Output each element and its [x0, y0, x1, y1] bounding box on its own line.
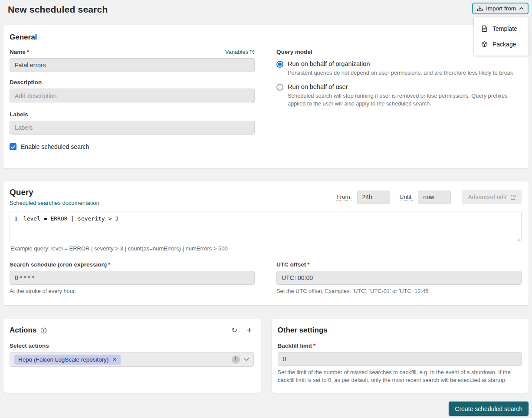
- required-asterisk: *: [108, 261, 110, 268]
- create-scheduled-search-button[interactable]: Create scheduled search: [449, 402, 529, 416]
- query-text: level = ERROR | severity > 3: [23, 215, 118, 222]
- chevron-up-icon: [519, 7, 524, 10]
- radio-run-on-behalf-of-organization[interactable]: Run on behalf of organization: [276, 60, 522, 68]
- from-label: From:: [336, 194, 351, 201]
- cron-field-group: Search schedule (cron expression)* At th…: [10, 252, 255, 295]
- import-from-button[interactable]: Import from: [472, 3, 529, 14]
- utc-offset-label: UTC offset*: [276, 261, 522, 268]
- info-icon[interactable]: [40, 327, 47, 334]
- radio-unselected-icon: [276, 84, 283, 91]
- until-label: Until:: [400, 194, 413, 201]
- menu-item-package[interactable]: Package: [474, 36, 529, 52]
- checkbox-checked-icon: [10, 143, 16, 150]
- menu-item-template[interactable]: Template: [474, 21, 529, 36]
- from-input[interactable]: [357, 191, 390, 204]
- query-model-group: Query model Run on behalf of organizatio…: [276, 42, 522, 150]
- footer: Create scheduled search: [3, 402, 529, 416]
- required-asterisk: *: [313, 342, 315, 349]
- radio-run-on-behalf-of-user[interactable]: Run on behalf of user: [276, 83, 522, 91]
- query-heading: Query: [10, 188, 99, 197]
- resize-grip-icon[interactable]: [516, 236, 520, 241]
- actions-card: Actions ↻ + Select actions Repo (Falcon …: [3, 319, 261, 393]
- bottom-cards-row: Actions ↻ + Select actions Repo (Falcon …: [3, 319, 529, 393]
- backfill-limit-input[interactable]: [278, 352, 522, 366]
- until-input[interactable]: [418, 191, 451, 204]
- utc-offset-input[interactable]: [276, 271, 522, 285]
- actions-heading: Actions: [10, 326, 36, 335]
- page-title: New scheduled search: [8, 4, 108, 15]
- enable-scheduled-search-checkbox[interactable]: Enable scheduled search: [10, 143, 255, 150]
- import-from-menu: Template Package: [474, 17, 529, 56]
- other-settings-heading: Other settings: [278, 326, 522, 335]
- advanced-edit-button[interactable]: Advanced edit: [462, 190, 522, 204]
- other-settings-card: Other settings Backfill limit* Set the l…: [272, 319, 529, 393]
- cron-input[interactable]: [10, 271, 255, 285]
- radio-help-text: Scheduled search will stop running if us…: [288, 92, 522, 108]
- menu-item-label: Template: [493, 25, 517, 32]
- general-heading: General: [10, 33, 522, 42]
- action-chip: Repo (Falcon LogScale repository) ✕: [14, 355, 121, 365]
- add-action-icon[interactable]: +: [247, 326, 252, 335]
- utc-help-text: Set the UTC offset. Examples: 'UTC', 'UT…: [276, 287, 522, 295]
- scheduled-searches-doc-link[interactable]: Scheduled searches documentation: [10, 200, 99, 206]
- download-icon: [477, 6, 483, 12]
- enable-checkbox-label: Enable scheduled search: [21, 143, 89, 150]
- backfill-limit-label: Backfill limit*: [278, 342, 522, 349]
- import-from-label: Import from: [486, 5, 516, 12]
- menu-item-label: Package: [493, 41, 516, 48]
- package-icon: [481, 41, 488, 48]
- refresh-icon[interactable]: ↻: [231, 327, 237, 334]
- utc-field-group: UTC offset* Set the UTC offset. Examples…: [276, 252, 522, 295]
- query-editor[interactable]: 1level = ERROR | severity > 3: [10, 211, 522, 242]
- name-label: Name*: [10, 49, 29, 55]
- example-query-text: Example query: level = ERROR | severity …: [10, 245, 522, 252]
- cron-label: Search schedule (cron expression)*: [10, 261, 255, 268]
- actions-select[interactable]: Repo (Falcon LogScale repository) ✕ 1: [10, 352, 254, 367]
- editor-line-number: 1: [14, 215, 18, 222]
- external-link-icon: [510, 194, 516, 200]
- radio-help-text: Persistent queries do not depend on user…: [288, 69, 522, 77]
- labels-input[interactable]: [10, 121, 255, 135]
- description-label: Description: [10, 79, 255, 86]
- description-input[interactable]: [10, 89, 255, 102]
- chevron-down-icon: [243, 358, 249, 361]
- radio-selected-icon: [276, 61, 283, 68]
- required-asterisk: *: [27, 49, 29, 55]
- external-link-icon: [250, 49, 255, 55]
- page-header: New scheduled search Import from: [0, 0, 532, 22]
- general-left-column: Name* Variables Description Labels: [10, 42, 255, 150]
- variables-link[interactable]: Variables: [225, 49, 255, 55]
- cron-help-text: At the stroke of every hour.: [10, 287, 255, 295]
- name-input[interactable]: [10, 58, 255, 72]
- general-card: General Name* Variables Description: [3, 25, 529, 168]
- query-card: Query Scheduled searches documentation F…: [3, 181, 529, 305]
- select-actions-label: Select actions: [10, 342, 254, 349]
- remove-chip-icon[interactable]: ✕: [113, 357, 117, 362]
- template-icon: [481, 25, 488, 32]
- selection-count-badge: 1: [232, 355, 240, 364]
- required-asterisk: *: [307, 261, 309, 268]
- backfill-help-text: Set the limit of the number of missed se…: [278, 369, 522, 384]
- labels-label: Labels: [10, 111, 255, 118]
